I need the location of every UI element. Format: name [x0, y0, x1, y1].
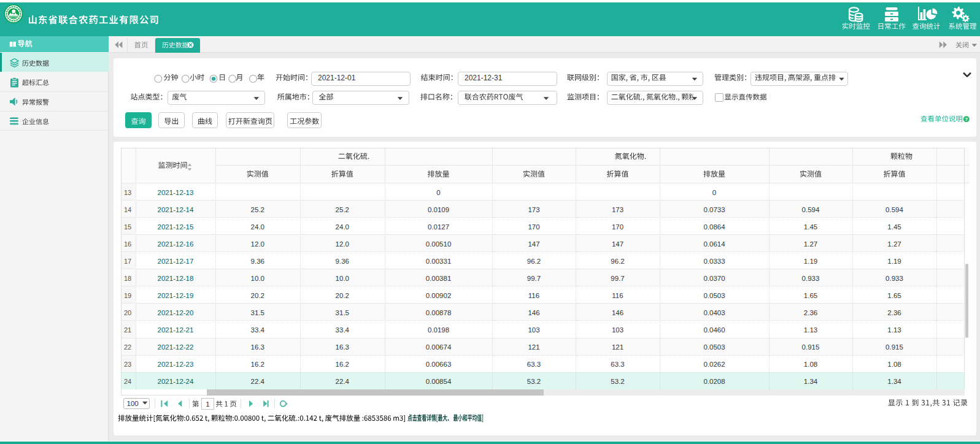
- svg-text:?: ?: [965, 117, 968, 122]
